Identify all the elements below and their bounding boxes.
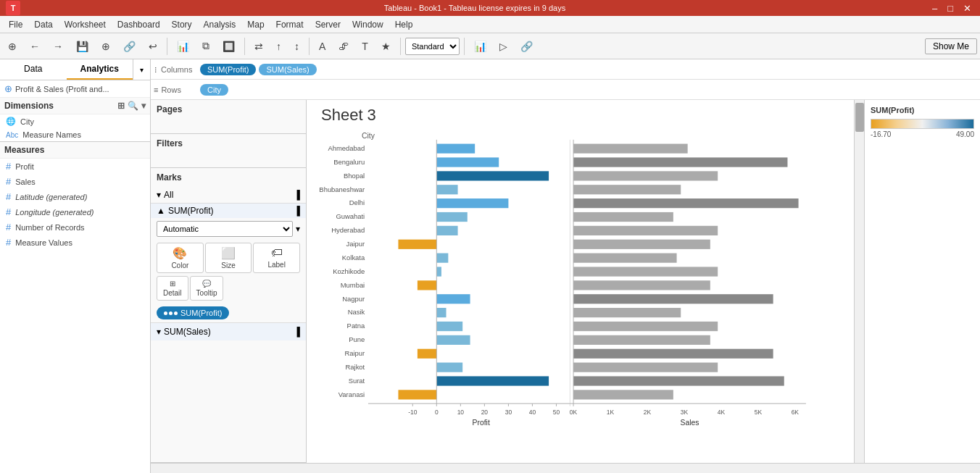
column-pill-sales[interactable]: SUM(Sales) [259, 64, 316, 75]
chevron-down-icon-sales: ▾ [157, 327, 161, 337]
measure-sales[interactable]: # Sales [0, 174, 150, 189]
favorite-button[interactable]: ★ [376, 38, 396, 55]
menu-map[interactable]: Map [241, 18, 270, 31]
pages-content [151, 119, 306, 133]
save-button[interactable]: 💾 [71, 38, 94, 55]
menu-file[interactable]: File [3, 18, 28, 31]
size-button[interactable]: ⬜ Size [205, 243, 252, 273]
menu-story[interactable]: Story [166, 18, 198, 31]
home-button[interactable]: ⊕ [3, 38, 22, 55]
menu-format[interactable]: Format [270, 18, 310, 31]
legend-gradient [871, 119, 974, 129]
column-pill-profit[interactable]: SUM(Profit) [200, 64, 256, 75]
tab-data[interactable]: Data [0, 59, 67, 80]
datasource-label: Profit & Sales (Profit and... [15, 85, 109, 93]
label-button[interactable]: 🏷 Label [253, 243, 300, 273]
undo-button[interactable]: ↩ [144, 38, 162, 55]
minimize-button[interactable]: – [929, 3, 940, 14]
measure-sales-label: Sales [15, 177, 36, 186]
new-worksheet-button[interactable]: 📊 [172, 38, 194, 55]
marks-properties-row: 🎨 Color ⬜ Size 🏷 Label [151, 240, 306, 276]
bar-profit-bengaluru [436, 157, 499, 167]
menu-worksheet[interactable]: Worksheet [59, 18, 112, 31]
share-button[interactable]: 🔗 [515, 38, 538, 55]
globe-icon: 🌐 [6, 117, 16, 126]
measure-values[interactable]: # Measure Values [0, 235, 150, 250]
menu-data[interactable]: Data [28, 18, 58, 31]
bar-profit-kolkata [436, 254, 448, 263]
search-icon[interactable]: 🔍 [128, 101, 138, 111]
menu-dashboard[interactable]: Dashboard [112, 18, 166, 31]
columns-icon: ⫶ [154, 65, 158, 74]
duplicate-button[interactable]: ⧉ [197, 37, 215, 55]
city-pune: Pune [349, 335, 365, 343]
canvas-area: ⫶ Columns SUM(Profit) SUM(Sales) ≡ Rows … [151, 59, 980, 473]
detail-button[interactable]: ⊞ Detail [157, 276, 188, 301]
back-button[interactable]: ← [25, 38, 45, 55]
view-select[interactable]: Standard [405, 38, 460, 55]
menu-help[interactable]: Help [389, 18, 419, 31]
bar-profit-raipur [418, 349, 436, 359]
tab-analytics[interactable]: Analytics [67, 59, 133, 80]
columns-shelf: ⫶ Columns SUM(Profit) SUM(Sales) [151, 59, 980, 80]
marks-type-select[interactable]: Automatic [157, 221, 293, 237]
connect-button[interactable]: 🔗 [118, 38, 141, 55]
tab-dropdown[interactable]: ▾ [133, 59, 150, 80]
tick-label-20: 20 [481, 409, 489, 416]
show-me-button[interactable]: Show Me [925, 38, 977, 54]
data-source[interactable]: ⊕ Profit & Sales (Profit and... [0, 80, 150, 98]
measure-longitude[interactable]: # Longitude (generated) [0, 204, 150, 219]
bar-sales-delhi [573, 198, 798, 208]
marks-all-row[interactable]: ▾ All ▐ [151, 187, 306, 203]
sum-profit-pill[interactable]: SUM(Profit) [157, 306, 229, 319]
bar-sales-patna [573, 322, 718, 331]
bottom-scrollbar[interactable] [151, 463, 980, 473]
marks-sum-sales-header[interactable]: ▾ SUM(Sales) ▐ [157, 325, 300, 338]
measure-profit[interactable]: # Profit [0, 159, 150, 174]
present-button[interactable]: ▷ [494, 38, 512, 55]
chart-type-button[interactable]: 📊 [469, 38, 491, 55]
grid-icon[interactable]: ⊞ [117, 101, 125, 111]
chart-svg: City Ahmedabad Bengaluru Bhopal Bhubanes… [307, 126, 854, 427]
clear-button[interactable]: 🔲 [217, 38, 240, 55]
maximize-button[interactable]: □ [944, 3, 956, 14]
sort-asc-button[interactable]: ↑ [271, 38, 286, 55]
sum-profit-pill-label: SUM(Profit) [180, 309, 222, 317]
menu-analysis[interactable]: Analysis [198, 18, 242, 31]
dim-measure-names[interactable]: Abc Measure Names [0, 128, 150, 141]
menu-window[interactable]: Window [346, 18, 389, 31]
bar-sales-nasik [573, 308, 681, 317]
scrollbar-thumb[interactable] [855, 103, 864, 132]
add-datasource-button[interactable]: ⊕ [96, 38, 115, 55]
measure-latitude[interactable]: # Latitude (generated) [0, 189, 150, 204]
dim-city[interactable]: 🌐 City [0, 114, 150, 128]
chart-scrollbar[interactable] [854, 100, 864, 463]
measure-num-records[interactable]: # Number of Records [0, 219, 150, 235]
color-button[interactable]: 🎨 Color [157, 243, 204, 273]
window-title: Tableau - Book1 - Tableau license expire… [20, 4, 929, 12]
sort-desc-button[interactable]: ↕ [289, 38, 304, 55]
data-analytics-tabs: Data Analytics ▾ [0, 59, 150, 80]
marks-pill-row: SUM(Profit) [151, 304, 306, 322]
row-pill-city[interactable]: City [200, 84, 228, 96]
tick-label-5k: 5K [755, 409, 763, 416]
pages-section: Pages [151, 100, 306, 134]
close-button[interactable]: ✕ [960, 3, 974, 14]
bar-profit-pune [436, 335, 470, 345]
forward-button[interactable]: → [48, 38, 68, 55]
abc-icon: Abc [6, 131, 18, 139]
menu-server[interactable]: Server [310, 18, 346, 31]
bar-chart-icon: ▐ [294, 190, 300, 200]
swap-button[interactable]: ⇄ [249, 38, 268, 55]
format-button[interactable]: 🖇 [333, 38, 354, 55]
expand-icon[interactable]: ▾ [141, 101, 146, 111]
caption-button[interactable]: T [357, 38, 373, 55]
rows-label: Rows [161, 85, 181, 94]
marks-sum-profit-row[interactable]: ▲ SUM(Profit) ▐ [151, 203, 306, 218]
main-layout: Data Analytics ▾ ⊕ Profit & Sales (Profi… [0, 59, 980, 473]
text-button[interactable]: A [314, 38, 331, 55]
tooltip-button[interactable]: 💬 Tooltip [190, 276, 224, 301]
marks-sum-sales-label: SUM(Sales) [164, 327, 211, 337]
workspace: Pages Filters Marks ▾ All [151, 100, 980, 463]
pages-title: Pages [151, 100, 306, 119]
